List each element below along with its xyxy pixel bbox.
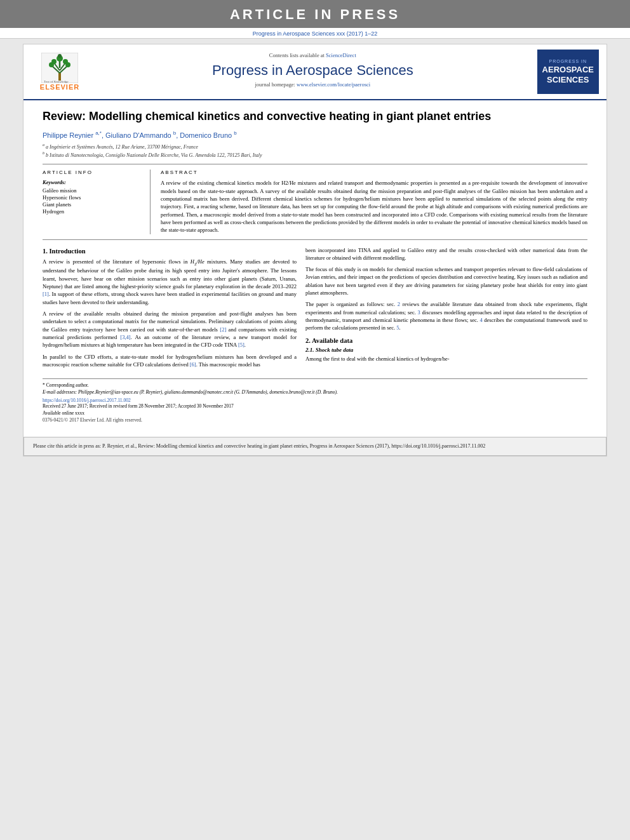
logo-main-text: AEROSPACESCIENCES — [542, 65, 594, 84]
logo-top-text: PROGRESS IN — [549, 59, 587, 63]
elsevier-logo: Tree of Knowledge ELSEVIER — [31, 50, 88, 94]
corresponding-note: * Corresponding author. — [43, 382, 587, 388]
author-sup-b2: b — [234, 130, 236, 136]
citation-text: Please cite this article in press as: P.… — [33, 443, 485, 449]
doi-url[interactable]: https://doi.org/10.1016/j.paerosci.2017.… — [43, 397, 131, 403]
article-info-title: ARTICLE INFO — [43, 170, 144, 175]
authors: Philippe Reynier a,*, Giuliano D'Ammando… — [43, 130, 587, 139]
article-title: Review: Modelling chemical kinetics and … — [43, 109, 587, 124]
elsevier-tree-icon: Tree of Knowledge — [41, 53, 78, 83]
email-dammando[interactable]: giuliano.dammando@nanotec.cnr.it — [164, 389, 233, 395]
affiliation-b: b b Istituto di Nanotecnologia, Consigli… — [43, 151, 587, 158]
citation-box: Please cite this article in press as: P.… — [23, 437, 607, 456]
section2-para1: Among the first to deal with the chemica… — [305, 355, 587, 363]
email-bruno[interactable]: domenico.bruno@cnr.it — [269, 389, 314, 395]
journal-homepage: journal homepage: www.elsevier.com/locat… — [95, 81, 531, 88]
section1-right-para2: The focus of this study is on models for… — [305, 265, 587, 297]
author-sup-a: a,* — [95, 130, 102, 136]
abstract-text: A review of the existing chemical kineti… — [161, 179, 587, 234]
email-label: E-mail addresses: — [43, 389, 78, 395]
article-info-panel: ARTICLE INFO Keywords: Galileo mission H… — [43, 170, 151, 234]
elsevier-label: ELSEVIER — [40, 83, 79, 91]
journal-header: Tree of Knowledge ELSEVIER Contents list… — [23, 44, 607, 100]
available-online: Available online xxxx — [43, 410, 587, 416]
author-sup-b1: b — [173, 130, 176, 136]
paper-container: Tree of Knowledge ELSEVIER Contents list… — [23, 44, 607, 457]
article-in-press-banner: ARTICLE IN PRESS — [0, 0, 630, 28]
right-column: been incorporated into TINA and applied … — [305, 246, 587, 373]
banner-title: ARTICLE IN PRESS — [230, 6, 400, 22]
journal-center: Contents lists available at ScienceDirec… — [95, 50, 531, 94]
progress-aerospace-logo: PROGRESS IN AEROSPACESCIENCES — [537, 50, 599, 94]
left-column: 1. Introduction A review is presented of… — [43, 246, 297, 373]
section1-right-para3: The paper is organized as follows: sec. … — [305, 300, 587, 331]
article-info-abstract: ARTICLE INFO Keywords: Galileo mission H… — [43, 164, 587, 239]
footer-notes: * Corresponding author. E-mail addresses… — [43, 378, 587, 423]
svg-point-11 — [65, 62, 70, 67]
doi-line: https://doi.org/10.1016/j.paerosci.2017.… — [43, 397, 587, 403]
email-line: E-mail addresses: Philippe.Reynier@ias-s… — [43, 389, 587, 395]
keyword-3: Giant planets — [43, 201, 144, 208]
section1-para1: A review is presented of the literature … — [43, 258, 297, 307]
paper-body: Review: Modelling chemical kinetics and … — [23, 100, 607, 432]
sub-banner: Progress in Aerospace Sciences xxx (2017… — [0, 28, 630, 39]
section1-para2: A review of the available results obtain… — [43, 310, 297, 349]
section2-sub-heading: 2.1. Shock tube data — [305, 347, 587, 353]
svg-point-8 — [51, 59, 57, 64]
section1-para3: In parallel to the CFD efforts, a state-… — [43, 353, 297, 369]
journal-url[interactable]: www.elsevier.com/locate/paerosci — [297, 81, 370, 88]
journal-citation: Progress in Aerospace Sciences xxx (2017… — [253, 30, 378, 37]
section1-right-para1: been incorporated into TINA and applied … — [305, 246, 587, 262]
svg-point-12 — [58, 54, 62, 58]
section1-heading: 1. Introduction — [43, 248, 297, 255]
journal-title: Progress in Aerospace Sciences — [95, 62, 531, 79]
section2-heading: 2. Available data — [305, 337, 587, 344]
abstract-panel: ABSTRACT A review of the existing chemic… — [161, 170, 587, 234]
main-content: 1. Introduction A review is presented of… — [43, 246, 587, 373]
affiliations: a a Ingénierie et Systèmes Avancés, 12 R… — [43, 143, 587, 157]
affiliation-a: a a Ingénierie et Systèmes Avancés, 12 R… — [43, 143, 587, 150]
contents-available-text: Contents lists available at ScienceDirec… — [95, 52, 531, 58]
abstract-title: ABSTRACT — [161, 170, 587, 175]
received-line: Received 27 June 2017; Received in revis… — [43, 403, 587, 409]
keyword-4: Hydrogen — [43, 208, 144, 215]
email-reynier[interactable]: Philippe.Reynier@ias-space.eu — [78, 389, 138, 395]
keyword-1: Galileo mission — [43, 187, 144, 194]
keyword-2: Hypersonic flows — [43, 194, 144, 201]
keywords-label: Keywords: — [43, 179, 144, 185]
copyright: 0376-0421/© 2017 Elsevier Ltd. All right… — [43, 417, 587, 423]
sciencedirect-link[interactable]: ScienceDirect — [326, 52, 356, 58]
